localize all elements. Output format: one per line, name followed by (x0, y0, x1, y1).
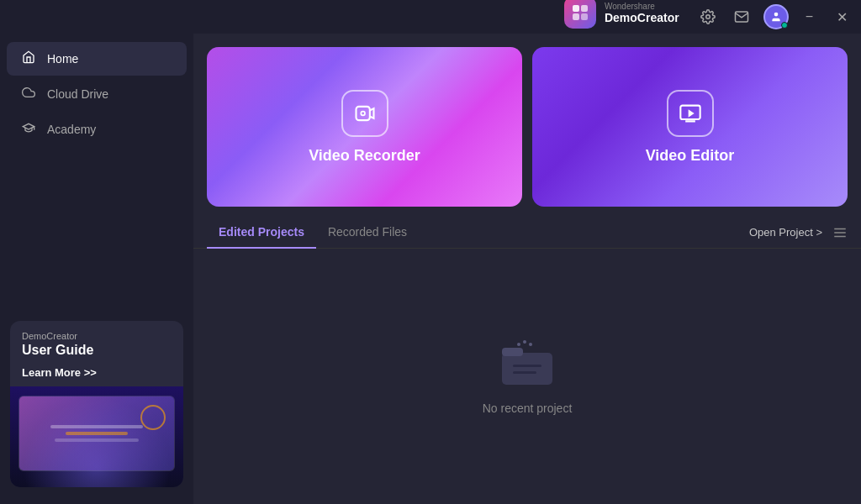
video-editor-icon (667, 90, 714, 137)
app-logo-icon (564, 0, 596, 29)
logo-text: Wondershare DemoCreator (605, 2, 679, 24)
video-editor-card[interactable]: Video Editor (532, 47, 848, 207)
titlebar-controls: − ✕ (696, 4, 854, 29)
cloud-icon (20, 86, 37, 102)
minimize-button[interactable]: − (799, 6, 820, 28)
svg-rect-2 (573, 13, 579, 20)
hero-section: Video Recorder Video Editor (193, 34, 861, 217)
svg-point-17 (517, 343, 520, 346)
account-button[interactable] (763, 4, 789, 29)
svg-rect-15 (513, 365, 541, 367)
tabs-actions: Open Project > (749, 225, 848, 240)
empty-state: No recent project (193, 249, 861, 504)
svg-rect-16 (513, 371, 536, 374)
promo-mockup (18, 396, 174, 471)
svg-point-4 (705, 15, 710, 19)
learn-more-link[interactable]: Learn More >> (22, 366, 97, 379)
promo-image (10, 386, 183, 487)
empty-label: No recent project (483, 402, 573, 415)
promo-decoration (140, 405, 166, 430)
promo-title: User Guide (22, 343, 172, 358)
sidebar-item-academy[interactable]: Academy (7, 113, 187, 146)
tab-recorded-files[interactable]: Recorded Files (316, 217, 419, 249)
svg-rect-3 (581, 13, 588, 20)
promo-subtitle: DemoCreator (22, 331, 172, 341)
svg-point-19 (529, 343, 532, 346)
tabs-section: Edited Projects Recorded Files Open Proj… (193, 217, 861, 249)
svg-rect-1 (581, 5, 588, 12)
academy-icon (20, 121, 37, 138)
mail-button[interactable] (730, 5, 753, 29)
empty-folder-icon (498, 338, 557, 388)
video-editor-label: Video Editor (646, 147, 735, 165)
svg-rect-6 (356, 106, 369, 119)
settings-button[interactable] (696, 5, 720, 29)
sidebar-nav: Home Cloud Drive Academy (0, 40, 193, 148)
video-recorder-label: Video Recorder (309, 147, 420, 165)
tab-edited-projects[interactable]: Edited Projects (207, 217, 316, 249)
video-recorder-card[interactable]: Video Recorder (207, 47, 522, 207)
svg-point-5 (774, 13, 778, 17)
home-icon (20, 50, 37, 67)
svg-rect-13 (502, 353, 552, 385)
main-layout: Home Cloud Drive Academy (0, 34, 861, 504)
sidebar-home-label: Home (47, 52, 78, 66)
logo-brand: Wondershare (605, 2, 679, 11)
promo-card: DemoCreator User Guide Learn More >> (10, 321, 183, 487)
close-button[interactable]: ✕ (830, 6, 854, 29)
svg-point-7 (361, 111, 365, 115)
sidebar-item-home[interactable]: Home (7, 42, 187, 76)
svg-rect-14 (502, 348, 523, 356)
promo-image-inner (10, 386, 183, 487)
promo-text-area: DemoCreator User Guide Learn More >> (10, 321, 183, 386)
logo-product: DemoCreator (605, 11, 679, 24)
open-project-button[interactable]: Open Project > (749, 226, 822, 239)
sidebar-academy-label: Academy (47, 123, 96, 136)
content-area: Video Recorder Video Editor Edited Proje… (193, 34, 861, 504)
svg-point-18 (523, 340, 526, 344)
sidebar-cloud-label: Cloud Drive (47, 87, 108, 101)
video-recorder-icon (341, 90, 388, 137)
svg-rect-0 (573, 5, 579, 12)
sidebar: Home Cloud Drive Academy (0, 34, 193, 504)
folder-svg (498, 338, 557, 388)
sidebar-item-cloud-drive[interactable]: Cloud Drive (7, 77, 187, 111)
account-online-dot (781, 22, 788, 29)
tabs-menu-button[interactable] (832, 225, 848, 240)
title-bar: Wondershare DemoCreator − ✕ (0, 0, 861, 34)
